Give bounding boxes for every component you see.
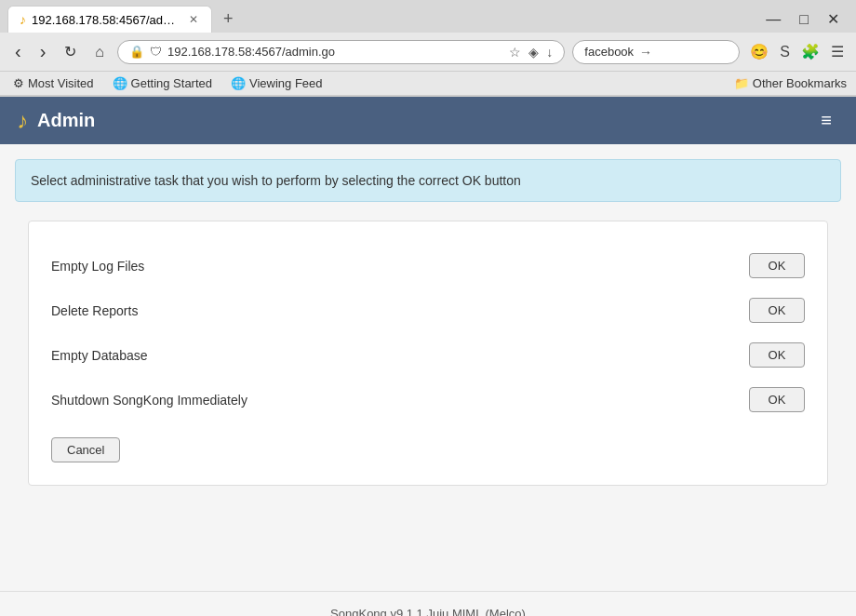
page-footer: SongKong v9.1.1 Juju MIML (Melco) ♪Bf▶: [0, 591, 856, 616]
close-button[interactable]: ✕: [822, 8, 845, 30]
security-icon: 🔒: [129, 45, 144, 59]
download-icon[interactable]: ↓: [546, 45, 553, 60]
ok-button-3[interactable]: OK: [749, 387, 805, 412]
app-logo: ♪ Admin: [17, 108, 95, 134]
admin-panel: Empty Log Files OK Delete Reports OK Emp…: [28, 221, 828, 486]
logo-icon: ♪: [17, 108, 28, 134]
bookmark-getting-started[interactable]: 🌐 Getting Started: [109, 74, 216, 92]
tab-close-button[interactable]: ✕: [187, 13, 200, 26]
tab-favicon: ♪: [20, 12, 26, 27]
admin-task-list: Empty Log Files OK Delete Reports OK Emp…: [51, 244, 805, 422]
footer-version: SongKong v9.1.1 Juju MIML (Melco): [15, 607, 841, 616]
admin-task-row: Shutdown SongKong Immediately OK: [51, 378, 805, 422]
tab-bar: ♪ 192.168.178.58:4567/admin.go ✕ + — □ ✕: [0, 0, 856, 33]
admin-task-row: Delete Reports OK: [51, 288, 805, 333]
other-bookmarks-label: Other Bookmarks: [753, 76, 847, 90]
admin-task-label: Delete Reports: [51, 303, 749, 318]
toolbar: ‹ › ↻ ⌂ 🔒 🛡 192.168.178.58:4567/admin.go…: [0, 33, 856, 72]
bookmarks-bar: ⚙ Most Visited 🌐 Getting Started 🌐 Viewi…: [0, 72, 856, 96]
most-visited-label: Most Visited: [28, 76, 94, 90]
bookmark-viewing-feed[interactable]: 🌐 Viewing Feed: [227, 74, 327, 92]
home-button[interactable]: ⌂: [89, 41, 110, 63]
address-text: 192.168.178.58:4567/admin.go: [167, 45, 503, 59]
cert-icon: 🛡: [150, 45, 162, 59]
profile-icon[interactable]: 😊: [747, 40, 771, 63]
hamburger-menu-button[interactable]: ≡: [813, 106, 839, 135]
minimize-button[interactable]: —: [760, 9, 786, 30]
info-banner: Select administrative task that you wish…: [15, 159, 841, 202]
tab-title: 192.168.178.58:4567/admin.go: [32, 13, 181, 27]
window-controls: — □ ✕: [760, 8, 849, 30]
ok-button-1[interactable]: OK: [749, 298, 805, 323]
maximize-button[interactable]: □: [794, 9, 814, 30]
ok-button-0[interactable]: OK: [749, 253, 805, 278]
search-bar[interactable]: facebook →: [572, 40, 740, 64]
page-content: Select administrative task that you wish…: [0, 144, 856, 591]
getting-started-icon: 🌐: [113, 76, 127, 90]
folder-icon: 📁: [734, 76, 749, 90]
cancel-row: Cancel: [51, 437, 805, 462]
most-visited-icon: ⚙: [13, 76, 24, 90]
account-icon[interactable]: S: [777, 41, 793, 63]
toolbar-icons: 😊 S 🧩 ☰: [747, 40, 847, 63]
getting-started-label: Getting Started: [131, 76, 212, 90]
app-title: Admin: [37, 110, 95, 131]
star-icon[interactable]: ☆: [509, 45, 521, 60]
admin-task-label: Empty Log Files: [51, 259, 749, 274]
cancel-button[interactable]: Cancel: [51, 437, 120, 462]
admin-task-row: Empty Log Files OK: [51, 244, 805, 288]
address-icons: ☆ ◈ ↓: [509, 45, 553, 60]
forward-button[interactable]: ›: [34, 38, 52, 65]
info-banner-text: Select administrative task that you wish…: [31, 173, 521, 188]
app-header: ♪ Admin ≡: [0, 97, 856, 144]
admin-task-row: Empty Database OK: [51, 333, 805, 378]
viewing-feed-label: Viewing Feed: [249, 76, 323, 90]
admin-task-label: Empty Database: [51, 348, 749, 363]
browser-chrome: ♪ 192.168.178.58:4567/admin.go ✕ + — □ ✕…: [0, 0, 856, 97]
ok-button-2[interactable]: OK: [749, 342, 805, 368]
search-arrow-icon[interactable]: →: [639, 45, 652, 60]
other-bookmarks[interactable]: 📁 Other Bookmarks: [734, 76, 847, 90]
search-text: facebook: [584, 45, 634, 59]
extensions-icon[interactable]: 🧩: [798, 40, 823, 63]
admin-task-label: Shutdown SongKong Immediately: [51, 393, 749, 408]
back-button[interactable]: ‹: [9, 38, 27, 65]
browser-tab[interactable]: ♪ 192.168.178.58:4567/admin.go ✕: [7, 6, 212, 33]
viewing-feed-icon: 🌐: [231, 76, 246, 90]
new-tab-button[interactable]: +: [216, 6, 241, 33]
pocket-icon[interactable]: ◈: [528, 45, 539, 60]
address-bar[interactable]: 🔒 🛡 192.168.178.58:4567/admin.go ☆ ◈ ↓: [117, 40, 565, 64]
reload-button[interactable]: ↻: [59, 40, 82, 63]
menu-icon[interactable]: ☰: [828, 40, 847, 63]
bookmark-most-visited[interactable]: ⚙ Most Visited: [9, 74, 98, 92]
browser-content: ♪ Admin ≡ Select administrative task tha…: [0, 97, 856, 616]
